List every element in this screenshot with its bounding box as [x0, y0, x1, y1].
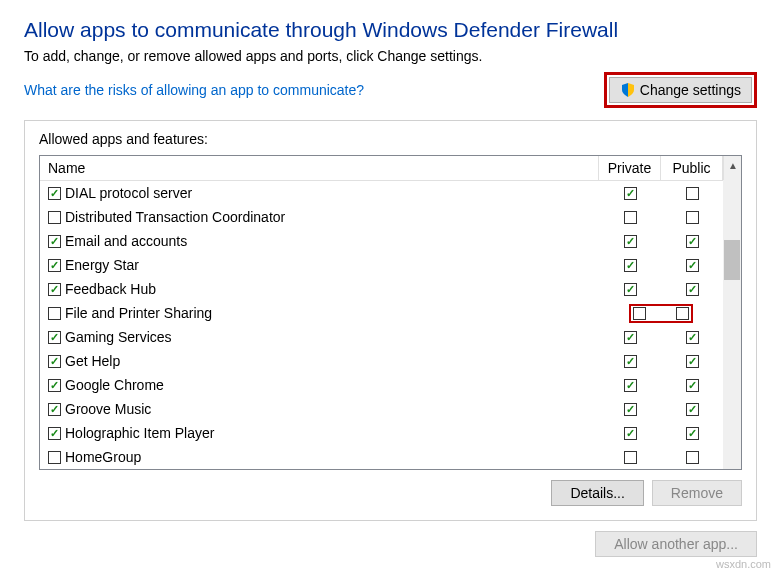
page-title: Allow apps to communicate through Window…: [24, 18, 757, 42]
table-row[interactable]: Get Help: [40, 349, 741, 373]
table-row[interactable]: HomeGroup: [40, 445, 741, 469]
public-checkbox[interactable]: [686, 379, 699, 392]
scrollbar[interactable]: [723, 180, 741, 469]
remove-button[interactable]: Remove: [652, 480, 742, 506]
public-checkbox[interactable]: [686, 187, 699, 200]
private-checkbox[interactable]: [633, 307, 646, 320]
scrollbar-thumb[interactable]: [724, 240, 740, 280]
public-checkbox[interactable]: [686, 235, 699, 248]
app-enabled-checkbox[interactable]: [48, 331, 61, 344]
app-name-label: Email and accounts: [65, 233, 187, 249]
change-settings-highlight: Change settings: [604, 72, 757, 108]
app-enabled-checkbox[interactable]: [48, 427, 61, 440]
public-checkbox[interactable]: [686, 403, 699, 416]
table-row[interactable]: File and Printer Sharing: [40, 301, 741, 325]
change-settings-label: Change settings: [640, 82, 741, 98]
table-row[interactable]: Gaming Services: [40, 325, 741, 349]
app-enabled-checkbox[interactable]: [48, 379, 61, 392]
table-row[interactable]: Energy Star: [40, 253, 741, 277]
public-checkbox[interactable]: [686, 259, 699, 272]
risks-link[interactable]: What are the risks of allowing an app to…: [24, 82, 364, 98]
app-name-label: Groove Music: [65, 401, 151, 417]
column-public[interactable]: Public: [661, 156, 723, 180]
public-checkbox[interactable]: [686, 427, 699, 440]
scroll-up[interactable]: ▲: [723, 156, 741, 180]
app-enabled-checkbox[interactable]: [48, 187, 61, 200]
table-row[interactable]: Distributed Transaction Coordinator: [40, 205, 741, 229]
column-private[interactable]: Private: [599, 156, 661, 180]
change-settings-button[interactable]: Change settings: [609, 77, 752, 103]
table-row[interactable]: DIAL protocol server: [40, 181, 741, 205]
public-checkbox[interactable]: [686, 331, 699, 344]
highlight-box: [629, 304, 693, 323]
details-button[interactable]: Details...: [551, 480, 643, 506]
app-enabled-checkbox[interactable]: [48, 211, 61, 224]
app-name-label: File and Printer Sharing: [65, 305, 212, 321]
table-header: Name Private Public ▲: [40, 156, 741, 181]
app-enabled-checkbox[interactable]: [48, 355, 61, 368]
private-checkbox[interactable]: [624, 427, 637, 440]
panel-label: Allowed apps and features:: [39, 131, 742, 147]
public-checkbox[interactable]: [686, 211, 699, 224]
shield-icon: [620, 82, 636, 98]
app-enabled-checkbox[interactable]: [48, 283, 61, 296]
public-checkbox[interactable]: [686, 355, 699, 368]
private-checkbox[interactable]: [624, 211, 637, 224]
private-checkbox[interactable]: [624, 379, 637, 392]
allow-another-app-button[interactable]: Allow another app...: [595, 531, 757, 557]
app-enabled-checkbox[interactable]: [48, 259, 61, 272]
app-enabled-checkbox[interactable]: [48, 307, 61, 320]
app-enabled-checkbox[interactable]: [48, 451, 61, 464]
private-checkbox[interactable]: [624, 331, 637, 344]
private-checkbox[interactable]: [624, 355, 637, 368]
app-name-label: Energy Star: [65, 257, 139, 273]
table-row[interactable]: Groove Music: [40, 397, 741, 421]
public-checkbox[interactable]: [686, 283, 699, 296]
app-enabled-checkbox[interactable]: [48, 235, 61, 248]
app-enabled-checkbox[interactable]: [48, 403, 61, 416]
app-name-label: DIAL protocol server: [65, 185, 192, 201]
app-name-label: Distributed Transaction Coordinator: [65, 209, 285, 225]
table-row[interactable]: Feedback Hub: [40, 277, 741, 301]
app-name-label: Get Help: [65, 353, 120, 369]
app-name-label: Feedback Hub: [65, 281, 156, 297]
app-name-label: Google Chrome: [65, 377, 164, 393]
column-name[interactable]: Name: [40, 156, 599, 180]
app-name-label: Gaming Services: [65, 329, 172, 345]
private-checkbox[interactable]: [624, 451, 637, 464]
app-name-label: Holographic Item Player: [65, 425, 214, 441]
private-checkbox[interactable]: [624, 403, 637, 416]
private-checkbox[interactable]: [624, 235, 637, 248]
private-checkbox[interactable]: [624, 283, 637, 296]
page-subtitle: To add, change, or remove allowed apps a…: [24, 48, 757, 64]
private-checkbox[interactable]: [624, 187, 637, 200]
public-checkbox[interactable]: [686, 451, 699, 464]
watermark: wsxdn.com: [716, 558, 771, 570]
chevron-up-icon: ▲: [728, 160, 738, 171]
public-checkbox[interactable]: [676, 307, 689, 320]
table-row[interactable]: Email and accounts: [40, 229, 741, 253]
allowed-apps-panel: Allowed apps and features: Name Private …: [24, 120, 757, 521]
app-name-label: HomeGroup: [65, 449, 141, 465]
apps-listbox: Name Private Public ▲ DIAL protocol serv…: [39, 155, 742, 470]
table-row[interactable]: Google Chrome: [40, 373, 741, 397]
table-row[interactable]: Holographic Item Player: [40, 421, 741, 445]
private-checkbox[interactable]: [624, 259, 637, 272]
table-body: DIAL protocol serverDistributed Transact…: [40, 181, 741, 469]
